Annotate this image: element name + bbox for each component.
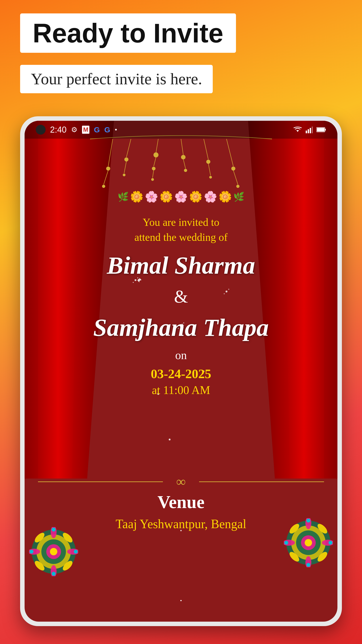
svg-point-65 bbox=[52, 572, 56, 576]
app-subtitle: Your perfect invite is here. bbox=[31, 70, 202, 88]
leaf-right: 🌿 bbox=[233, 192, 245, 202]
venue-title: Venue bbox=[24, 492, 338, 512]
flower-5: 🌼 bbox=[189, 190, 202, 203]
svg-line-10 bbox=[154, 157, 156, 166]
mandala-left bbox=[29, 527, 78, 586]
svg-line-6 bbox=[124, 161, 126, 173]
svg-point-37 bbox=[169, 438, 170, 440]
svg-line-14 bbox=[181, 139, 183, 155]
divider-line-right bbox=[199, 482, 324, 482]
svg-point-64 bbox=[52, 528, 56, 532]
battery-icon bbox=[317, 127, 326, 132]
svg-point-7 bbox=[123, 174, 125, 176]
svg-point-23 bbox=[232, 167, 235, 170]
svg-point-84 bbox=[329, 541, 333, 545]
flower-7: 🌼 bbox=[219, 190, 232, 203]
bottom-dot: • bbox=[180, 598, 182, 604]
flower-6: 🌸 bbox=[204, 190, 217, 203]
invite-intro: You are invited to attend the wedding of bbox=[47, 215, 315, 245]
wedding-date: 03-24-2025 bbox=[47, 366, 315, 381]
svg-point-72 bbox=[305, 539, 312, 546]
svg-point-81 bbox=[306, 518, 310, 522]
infinity-symbol: ∞ bbox=[176, 474, 186, 490]
svg-rect-46 bbox=[310, 128, 311, 133]
camera-dot bbox=[36, 125, 45, 134]
svg-line-20 bbox=[208, 164, 211, 175]
tablet-frame: 2:40 ⚙ M G G • bbox=[20, 116, 342, 626]
svg-line-22 bbox=[227, 139, 234, 166]
svg-line-16 bbox=[183, 159, 185, 168]
app-title: Ready to Invite bbox=[33, 18, 223, 48]
app-title-box: Ready to Invite bbox=[20, 14, 236, 53]
svg-marker-43 bbox=[296, 130, 299, 132]
groom-name: Bimal Sharma bbox=[47, 251, 315, 280]
google-icon2: G bbox=[104, 126, 110, 134]
settings-icon: ⚙ bbox=[71, 126, 77, 134]
svg-point-83 bbox=[284, 541, 288, 545]
on-text: on bbox=[47, 348, 315, 362]
svg-point-17 bbox=[184, 169, 187, 172]
divider-section: ∞ bbox=[24, 474, 338, 490]
app-subtitle-box: Your perfect invite is here. bbox=[20, 65, 213, 93]
flower-3: 🌼 bbox=[160, 190, 173, 203]
bride-name: Samjhana Thapa bbox=[47, 314, 315, 342]
status-right bbox=[293, 126, 326, 133]
google-icon1: G bbox=[94, 126, 100, 134]
svg-point-66 bbox=[29, 550, 33, 554]
svg-point-9 bbox=[154, 153, 158, 157]
status-bar: 2:40 ⚙ M G G • bbox=[24, 121, 338, 139]
svg-rect-47 bbox=[312, 126, 313, 133]
invite-content: You are invited to attend the wedding of… bbox=[24, 215, 338, 404]
gmail-icon: M bbox=[82, 126, 89, 134]
svg-point-67 bbox=[74, 550, 78, 554]
wifi-icon bbox=[293, 126, 302, 133]
tablet-screen: 2:40 ⚙ M G G • bbox=[24, 121, 338, 622]
svg-point-19 bbox=[206, 160, 210, 164]
floral-decoration: 🌿 🌼 🌸 🌼 🌸 🌼 🌸 🌼 🌿 bbox=[114, 183, 248, 210]
divider-line-left bbox=[38, 482, 163, 482]
ampersand: & bbox=[47, 286, 315, 307]
flower-4: 🌸 bbox=[174, 190, 188, 203]
leaf-left: 🌿 bbox=[117, 192, 129, 202]
svg-point-11 bbox=[152, 167, 155, 170]
status-time: 2:40 bbox=[50, 125, 67, 134]
mandala-right bbox=[284, 518, 333, 577]
svg-point-82 bbox=[306, 563, 310, 567]
status-left: 2:40 ⚙ M G G • bbox=[36, 125, 117, 134]
svg-point-13 bbox=[151, 178, 154, 181]
svg-rect-44 bbox=[306, 130, 307, 133]
svg-rect-45 bbox=[308, 129, 309, 133]
svg-rect-49 bbox=[325, 129, 326, 130]
dot-icon: • bbox=[115, 126, 117, 134]
svg-line-18 bbox=[204, 139, 208, 160]
svg-point-55 bbox=[50, 548, 57, 556]
signal-icon bbox=[306, 126, 313, 133]
wedding-time: at 11:00 AM bbox=[47, 384, 315, 397]
svg-line-4 bbox=[126, 139, 131, 157]
svg-point-5 bbox=[124, 158, 128, 161]
flower-2: 🌸 bbox=[145, 190, 158, 203]
svg-line-24 bbox=[233, 170, 238, 184]
svg-line-12 bbox=[153, 170, 154, 178]
svg-point-15 bbox=[181, 155, 185, 159]
svg-rect-50 bbox=[317, 128, 325, 132]
flower-1: 🌼 bbox=[130, 190, 143, 203]
svg-point-21 bbox=[209, 176, 212, 178]
svg-line-8 bbox=[156, 139, 158, 152]
